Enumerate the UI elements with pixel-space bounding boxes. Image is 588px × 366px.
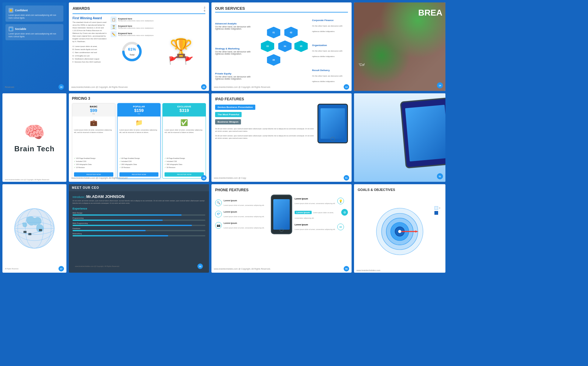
pricing-cards: BASIC $99 /mo 💼 Lorem ipsum dolor sit am… — [72, 103, 206, 179]
hex-06: 06 — [267, 54, 280, 66]
confident-title: Confident — [15, 9, 28, 12]
phone-home-button — [280, 228, 283, 232]
photo-brea-slide-num: 14 — [437, 82, 443, 88]
services-grid: Advanced Analytic On the other hand, we … — [215, 15, 348, 87]
service-right-1: Corporate Finance On the other hand, we … — [312, 19, 348, 33]
skill-programming: Programming — [73, 217, 205, 221]
awards-footer-url: www.braintechslides.com @ Copyright. All… — [71, 86, 128, 88]
skill-webdesign: Web Design — [73, 212, 205, 216]
skill-networking: Networking — [73, 233, 205, 236]
ipad-badge-2: The Most Powerful — [215, 112, 242, 117]
confident-slide-num: 18 — [58, 84, 64, 90]
ipad-device — [317, 104, 348, 143]
pricing-footer-url: www.braintechslides.com @ Copyright. All… — [71, 177, 128, 179]
exclusive-features: ✓ All Page Enabled Design ✓ Included CSS… — [163, 156, 206, 170]
trophy-icon: 🏆 — [170, 39, 193, 57]
popular-header: POPULAR $159 /mo — [118, 103, 161, 117]
phone-features-right: Lorem Ipsum Lorem ipsum dolor sit amet, … — [295, 198, 348, 231]
svg-rect-8 — [23, 231, 27, 233]
ceo-skills: Web Design Programming Web Programming D… — [73, 212, 205, 238]
keyword-icon-1: 📋 — [111, 16, 117, 23]
hex-01: 01 — [267, 27, 280, 38]
basic-features: ✓ 100 Page Enabled Design ✓ Included CSS… — [72, 156, 115, 170]
service-label-3: Private Equity On the other hand, we den… — [215, 72, 257, 80]
slide-braintech: 🧠 Brain Tech www.braintechslides.com @ C… — [2, 93, 66, 182]
ipad-photo-bg — [354, 93, 445, 182]
phone-screen — [273, 199, 290, 230]
service-right-3: Result Delivery On the other hand, we de… — [312, 69, 348, 83]
phone-feature-left-2: 💎 Lorem Ipsum Lorem ipsum dolor sit amet… — [215, 211, 268, 218]
ipad-badge-1: Genius Business Presentation — [215, 105, 255, 110]
ipad-photo-screen — [405, 105, 445, 161]
phone-icon-bulb: 💡 — [337, 198, 344, 204]
ipad-photo-device — [400, 97, 445, 168]
popular-features: ✓ All Page Enabled Design ✓ Included CSS… — [118, 156, 161, 170]
ceo-footer-url: www.braintechslides.com @ Copyright. All… — [75, 265, 120, 267]
phone-slide-num: 56 — [344, 266, 349, 271]
services-right: Corporate Finance On the other hand, we … — [312, 15, 348, 87]
phone-icon-settings: ⚙ — [341, 209, 348, 216]
services-left: Advanced Analytic On the other hand, we … — [215, 15, 257, 87]
phone-header: PHONE FEATURES — [215, 188, 348, 192]
sociable-icon: 👥 — [9, 27, 13, 31]
service-label-1: Advanced Analytic On the other hand, we … — [215, 22, 257, 30]
brain-icon: 🧠 — [24, 122, 45, 142]
goals-legend: ≡ — [434, 206, 440, 215]
confident-footer-copy: Reserved. — [5, 86, 15, 88]
skill-webprogramming: Web Programming — [73, 222, 205, 226]
globe-svg — [10, 204, 59, 253]
slide-pricing: PRICING 3 BASIC $99 /mo 💼 Lorem ipsum do… — [69, 93, 209, 182]
braintech-footer: www.braintechslides.com @ Copyright. All… — [2, 179, 66, 181]
slide-services: OUR SERVICES Advanced Analytic On the ot… — [211, 2, 352, 91]
ceo-footer: www.braintechslides.com @ Copyright. All… — [73, 262, 205, 269]
awards-keywords: 📋 Keyword here Perspiciatis undecimnis n… — [111, 16, 154, 87]
phone-feature-right-1: Lorem Ipsum Lorem ipsum dolor sit amet, … — [295, 198, 348, 205]
ipad-slide-num: 51 — [344, 175, 349, 181]
phone-device — [271, 195, 292, 234]
goals-header: GOALS & OBJECTIVES — [358, 188, 442, 192]
services-header: OUR SERVICES — [215, 6, 348, 13]
basic-body: Lorem ipsum dolor sit amet, consectetur … — [72, 127, 115, 156]
ipad-para-1: Sit elit ad minim veniam, quis nostrud a… — [215, 127, 314, 133]
hex-05: 05 — [294, 41, 308, 52]
globe-slide-num: 47 — [58, 266, 64, 271]
brea-subtitle: "Cof — [359, 63, 364, 66]
braintech-footer-url: www.braintechslides.com @ Copyright. All… — [5, 179, 50, 181]
phone-feature-right-3: Lorem Ipsum Lorem ipsum dolor sit amet, … — [295, 224, 348, 231]
ipad-screen — [321, 108, 345, 139]
phone-feature-left-1: 🔍 Lorem Ipsum Lorem ipsum dolor sit amet… — [215, 199, 268, 207]
sociable-text: Lorem ipsum dolor amet.com sactusadipisc… — [9, 32, 60, 38]
ipad-device-section — [317, 104, 348, 143]
service-label-2: Strategy & Marketing On the other hand, … — [215, 47, 257, 55]
awards-list: A. Lorem ipsum dolor sit amet, B. Donec … — [73, 45, 108, 63]
pricing-footer: www.braintechslides.com @ Copyright. All… — [69, 175, 209, 181]
slide-confident-footer: Reserved. 18 — [2, 84, 66, 90]
confident-text: Lorem ipsum dolor amet.com sactusadipisc… — [9, 14, 60, 19]
services-footer-url: www.braintechslides.com @ Copyright. All… — [214, 86, 271, 88]
confident-icon: 😊 — [9, 8, 13, 13]
slide-ipad: IPAD FEATURES Genius Business Presentati… — [211, 93, 352, 182]
goals-footer: www.braintechslides.com — [354, 269, 445, 271]
phone-feature-right-2: Lorem Ipsum Lorem ipsum dolor sit amet, … — [295, 209, 348, 220]
phone-footer-url: www.braintechslides.com @ Copyright. All… — [214, 268, 271, 270]
basic-icon: 💼 — [72, 117, 115, 127]
ipad-para-2: Sit elit ad minim veniam, quis nostrud a… — [215, 135, 314, 140]
pricing-card-popular: POPULAR $159 /mo 📁 Lorem ipsum dolor sit… — [117, 103, 161, 179]
phone-features-left: 🔍 Lorem Ipsum Lorem ipsum dolor sit amet… — [215, 199, 268, 230]
awards-footer: www.braintechslides.com @ Copyright. All… — [69, 84, 209, 90]
svg-rect-10 — [39, 229, 42, 231]
slide-globe: All Rights Reserved. 47 — [2, 184, 66, 273]
exclusive-header: EXCLUSIVE $319 /mo — [163, 103, 206, 117]
service-right-2: Organization On the other hand, we denou… — [312, 44, 348, 58]
target-svg — [374, 206, 426, 257]
goals-footer-url: www.braintechslides.com — [356, 269, 381, 271]
ceo-introduce-label: Introduce | Mr.ADAM JOHNSON — [73, 194, 205, 199]
svg-point-18 — [398, 230, 401, 233]
services-footer: www.braintechslides.com @ Copyright. All… — [211, 84, 352, 90]
ipad-content: Genius Business Presentation The Most Po… — [215, 104, 348, 143]
donut-chart: 61% Total — [111, 41, 154, 62]
phone-icon-mail: ✉ — [337, 224, 344, 230]
pricing-card-exclusive: EXCLUSIVE $319 /mo ✅ Lorem ipsum dolor s… — [162, 103, 206, 179]
ceo-name: Mr.ADAM JOHNSON — [86, 194, 125, 199]
phone-icon-diamond: 💎 — [215, 211, 222, 217]
